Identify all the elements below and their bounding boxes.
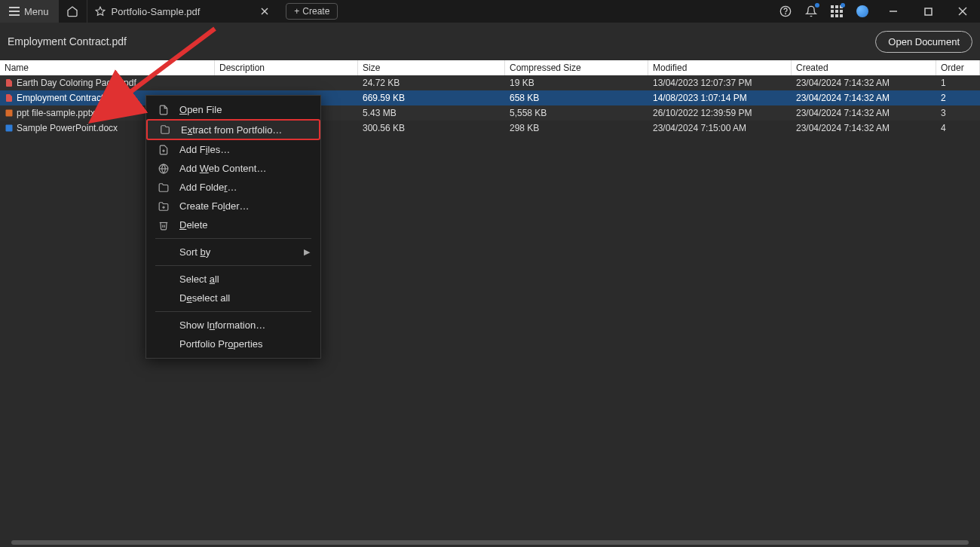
cm-separator [155, 311, 311, 312]
cm-deselect-all-label: Deselect all [179, 292, 230, 304]
minimize-icon [889, 7, 898, 16]
cm-add-web-content[interactable]: Add Web Content… [146, 159, 320, 178]
cm-create-folder[interactable]: Create Folder… [146, 197, 320, 215]
hamburger-icon [9, 7, 20, 16]
context-menu: Open File Extract from Portfolio… Add Fi… [145, 95, 321, 359]
cell-size: 5.43 MB [358, 108, 505, 118]
cm-portfolio-properties[interactable]: Portfolio Properties [146, 335, 320, 353]
maximize-button[interactable] [911, 0, 945, 23]
cell-created: 23/04/2024 7:14:32 AM [792, 78, 936, 88]
minimize-button[interactable] [876, 0, 911, 23]
help-icon [779, 5, 792, 17]
cell-order: 2 [936, 93, 980, 103]
cell-order: 4 [936, 123, 980, 133]
notifications-button[interactable] [804, 4, 819, 19]
open-document-button[interactable]: Open Document [875, 31, 972, 53]
svg-point-4 [786, 14, 786, 14]
col-created[interactable]: Created [792, 60, 936, 75]
cell-modified: 23/04/2024 7:15:00 AM [648, 123, 792, 133]
add-files-icon [157, 145, 170, 155]
col-name[interactable]: Name [0, 60, 215, 75]
menu-label: Menu [24, 6, 49, 17]
file-icon [5, 93, 14, 102]
account-button[interactable] [855, 4, 870, 19]
globe-icon [856, 5, 868, 17]
window-controls [876, 0, 980, 23]
cm-add-web-label: Add Web Content… [179, 163, 266, 174]
cell-modified: 26/10/2022 12:39:59 PM [648, 108, 792, 118]
cm-sort-by-label: Sort by [179, 246, 210, 258]
subheader: Employment Contract.pdf Open Document [0, 23, 980, 60]
menu-button[interactable]: Menu [0, 0, 59, 23]
cell-compressed: 19 KB [505, 78, 648, 88]
notification-dot [815, 3, 819, 8]
file-icon [5, 108, 14, 118]
close-icon [261, 8, 268, 15]
cm-separator [155, 265, 311, 266]
cm-show-information[interactable]: Show Information… [146, 316, 320, 335]
add-folder-icon [157, 182, 170, 193]
tab-close-button[interactable] [257, 4, 272, 19]
cm-add-files[interactable]: Add Files… [146, 140, 320, 159]
help-button[interactable] [778, 4, 793, 19]
cell-order: 1 [936, 78, 980, 88]
cell-created: 23/04/2024 7:14:32 AM [792, 93, 936, 103]
cell-created: 23/04/2024 7:14:32 AM [792, 108, 936, 118]
svg-rect-10 [6, 125, 13, 132]
col-compressed[interactable]: Compressed Size [505, 60, 648, 75]
maximize-icon [924, 8, 933, 16]
cm-properties-label: Portfolio Properties [179, 338, 263, 350]
cm-select-all-label: Select all [179, 274, 219, 285]
cm-separator [155, 238, 311, 239]
apps-button[interactable] [829, 4, 844, 19]
cell-order: 3 [936, 108, 980, 118]
cm-extract-label: Extract from Portfolio… [181, 124, 282, 136]
home-icon [66, 5, 78, 17]
svg-marker-0 [96, 7, 105, 15]
star-icon [95, 6, 106, 17]
add-web-icon [157, 163, 170, 174]
col-order[interactable]: Order [936, 60, 980, 75]
table-row[interactable]: Earth Day Coloring Pages.pdf24.72 KB19 K… [0, 75, 980, 90]
close-icon [958, 7, 967, 16]
cm-deselect-all[interactable]: Deselect all [146, 289, 320, 307]
cell-size: 669.59 KB [358, 93, 505, 103]
cell-size: 24.72 KB [358, 78, 505, 88]
cm-open-file-label: Open File [179, 104, 222, 115]
cm-delete-label: Delete [179, 219, 208, 231]
cm-add-folder-label: Add Folder… [179, 182, 237, 193]
cell-created: 23/04/2024 7:14:32 AM [792, 123, 936, 133]
cm-sort-by[interactable]: Sort by ▶ [146, 243, 320, 261]
cell-modified: 14/08/2023 1:07:14 PM [648, 93, 792, 103]
cm-open-file[interactable]: Open File [146, 100, 320, 119]
apps-dot [841, 3, 845, 8]
file-tab[interactable]: Portfolio-Sample.pdf [87, 0, 280, 23]
cm-show-info-label: Show Information… [179, 319, 265, 331]
cm-create-folder-label: Create Folder… [179, 200, 250, 212]
cell-compressed: 298 KB [505, 123, 648, 133]
horizontal-scrollbar[interactable] [11, 540, 969, 545]
cell-name: Earth Day Coloring Pages.pdf [0, 78, 215, 88]
cm-extract-from-portfolio[interactable]: Extract from Portfolio… [146, 119, 320, 140]
open-file-icon [157, 105, 170, 115]
col-size[interactable]: Size [358, 60, 505, 75]
cm-add-folder[interactable]: Add Folder… [146, 178, 320, 197]
cell-compressed: 658 KB [505, 93, 648, 103]
title-icon-group [778, 4, 876, 19]
file-icon [5, 78, 14, 87]
cm-select-all[interactable]: Select all [146, 270, 320, 289]
col-modified[interactable]: Modified [648, 60, 792, 75]
chevron-right-icon: ▶ [304, 247, 310, 257]
cm-delete[interactable]: Delete [146, 215, 320, 234]
home-button[interactable] [59, 0, 87, 23]
create-folder-icon [157, 201, 170, 212]
cm-add-files-label: Add Files… [179, 144, 230, 155]
plus-icon: + [294, 6, 299, 17]
col-description[interactable]: Description [215, 60, 358, 75]
file-icon [5, 124, 14, 133]
create-button[interactable]: + Create [286, 3, 338, 20]
extract-icon [158, 124, 172, 135]
close-window-button[interactable] [945, 0, 980, 23]
delete-icon [157, 220, 170, 231]
cell-size: 300.56 KB [358, 123, 505, 133]
